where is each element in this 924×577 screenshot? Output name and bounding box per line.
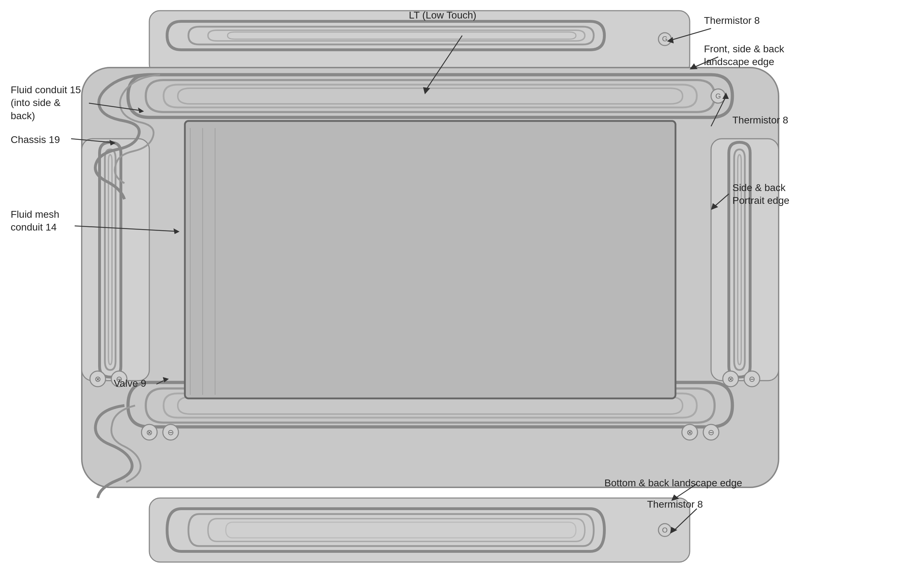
side-back-portrait-label: Side & backPortrait edge [733,181,789,207]
bottom-back-landscape-label: Bottom & back landscape edge [604,477,742,490]
svg-text:⊖: ⊖ [708,428,714,437]
fluid-conduit15-label: Fluid conduit 15(into side &back) [11,84,81,122]
svg-text:⊖: ⊖ [167,428,174,437]
fluid-mesh-conduit14-label: Fluid meshconduit 14 [11,208,59,234]
thermistor8-middle-label: Thermistor 8 [733,114,788,127]
lt-low-touch-label: LT (Low Touch) [409,9,476,22]
svg-text:G: G [662,35,668,43]
svg-text:G: G [715,92,721,100]
front-side-back-label: Front, side & backlandscape edge [704,43,784,69]
svg-text:⊗: ⊗ [727,375,734,384]
svg-text:⊖: ⊖ [749,375,755,384]
chassis19-label: Chassis 19 [11,134,60,146]
thermistor8-bottom-label: Thermistor 8 [647,498,703,511]
svg-text:⊗: ⊗ [686,428,693,437]
diagram-container: G G ⊗ ⊖ ⊗ ⊖ [0,0,924,577]
svg-text:⊗: ⊗ [146,428,153,437]
svg-text:O: O [662,526,668,534]
thermistor8-top-right-label: Thermistor 8 [704,14,760,27]
svg-text:⊗: ⊗ [95,375,101,384]
valve9-label: Valve 9 [114,377,146,390]
svg-rect-24 [185,121,675,398]
